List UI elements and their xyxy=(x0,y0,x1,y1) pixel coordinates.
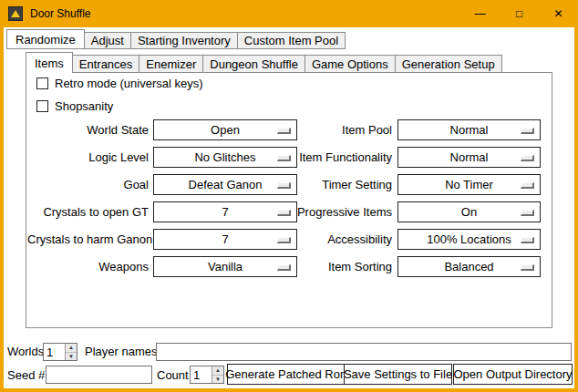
dropdown-indicator-icon xyxy=(521,128,534,134)
timer-setting-label: Timer Setting xyxy=(270,174,392,195)
logic-level-label: Logic Level xyxy=(27,147,149,168)
count-label: Count xyxy=(157,366,189,385)
titlebar: Door Shuffle — □ ✕ xyxy=(0,0,578,27)
worlds-input[interactable] xyxy=(44,344,65,360)
item-functionality-dropdown[interactable]: Normal xyxy=(397,147,541,168)
generate-rom-button[interactable]: Generate Patched Rom xyxy=(227,364,348,385)
item-sorting-dropdown[interactable]: Balanced xyxy=(397,256,541,277)
save-settings-button[interactable]: Save Settings to File xyxy=(344,364,452,385)
dropdown-indicator-icon xyxy=(521,210,534,216)
dropdown-indicator-icon xyxy=(521,264,534,271)
spinner-down-icon[interactable]: ▼ xyxy=(66,353,77,361)
shopsanity-checkbox[interactable] xyxy=(36,100,48,112)
worlds-spinner[interactable]: ▲ ▼ xyxy=(43,343,77,361)
item-sorting-label: Item Sorting xyxy=(270,256,392,277)
sub-tab-bar: Items Entrances Enemizer Dungeon Shuffle… xyxy=(26,52,501,73)
app-window: Door Shuffle — □ ✕ Randomize Adjust Star… xyxy=(0,0,578,392)
dropdown-indicator-icon xyxy=(521,182,534,189)
timer-setting-dropdown[interactable]: No Timer xyxy=(397,174,541,195)
main-tab-bar: Randomize Adjust Starting Inventory Cust… xyxy=(6,29,345,49)
dropdown-indicator-icon xyxy=(521,237,534,243)
tab-custom-item-pool[interactable]: Custom Item Pool xyxy=(237,32,346,49)
shopsanity-label: Shopsanity xyxy=(55,99,113,113)
crystals-gt-label: Crystals to open GT xyxy=(27,201,149,222)
tab-entrances[interactable]: Entrances xyxy=(72,55,140,73)
goal-label: Goal xyxy=(27,174,149,195)
spinner-up-icon[interactable]: ▲ xyxy=(66,344,77,353)
window-controls: — □ ✕ xyxy=(460,0,578,27)
player-names-label: Player names xyxy=(85,342,157,361)
tab-starting-inventory[interactable]: Starting Inventory xyxy=(130,32,238,49)
window-title: Door Shuffle xyxy=(30,7,91,20)
count-spinner[interactable]: ▲ ▼ xyxy=(190,366,224,384)
close-button[interactable]: ✕ xyxy=(539,0,578,27)
world-state-label: World State xyxy=(27,119,149,140)
tab-items[interactable]: Items xyxy=(26,52,73,73)
dropdown-indicator-icon xyxy=(521,155,534,161)
open-output-button[interactable]: Open Output Directory xyxy=(453,364,573,385)
worlds-label: Worlds xyxy=(7,342,44,361)
spinner-down-icon[interactable]: ▼ xyxy=(212,376,223,384)
triforce-icon xyxy=(11,10,20,17)
app-icon xyxy=(8,6,23,21)
tab-randomize[interactable]: Randomize xyxy=(6,29,85,49)
progressive-items-label: Progressive Items xyxy=(270,201,392,222)
seed-input[interactable] xyxy=(46,366,152,384)
accessibility-label: Accessibility xyxy=(270,229,392,250)
item-functionality-label: Item Functionality xyxy=(270,147,392,168)
retro-mode-checkbox[interactable] xyxy=(36,77,48,89)
spinner-up-icon[interactable]: ▲ xyxy=(212,366,223,376)
player-names-input[interactable] xyxy=(156,343,572,361)
tab-enemizer[interactable]: Enemizer xyxy=(139,55,203,73)
item-pool-dropdown[interactable]: Normal xyxy=(397,119,541,140)
progressive-items-dropdown[interactable]: On xyxy=(397,201,541,222)
count-spinner-buttons: ▲ ▼ xyxy=(212,366,223,383)
accessibility-dropdown[interactable]: 100% Locations xyxy=(397,229,541,250)
shopsanity-row: Shopsanity xyxy=(36,98,113,113)
tab-adjust[interactable]: Adjust xyxy=(84,32,131,49)
tab-game-options[interactable]: Game Options xyxy=(304,55,396,73)
seed-label: Seed # xyxy=(7,366,45,385)
maximize-button[interactable]: □ xyxy=(500,0,539,27)
crystals-ganon-label: Crystals to harm Ganon xyxy=(27,229,149,250)
tab-generation-setup[interactable]: Generation Setup xyxy=(395,55,502,73)
tab-dungeon-shuffle[interactable]: Dungeon Shuffle xyxy=(202,55,305,73)
worlds-spinner-buttons: ▲ ▼ xyxy=(65,344,77,360)
retro-mode-label: Retro mode (universal keys) xyxy=(55,77,203,90)
item-pool-label: Item Pool xyxy=(270,119,392,140)
minimize-button[interactable]: — xyxy=(460,0,500,27)
count-input[interactable] xyxy=(191,366,212,383)
retro-mode-row: Retro mode (universal keys) xyxy=(36,76,203,90)
weapons-label: Weapons xyxy=(27,256,149,277)
